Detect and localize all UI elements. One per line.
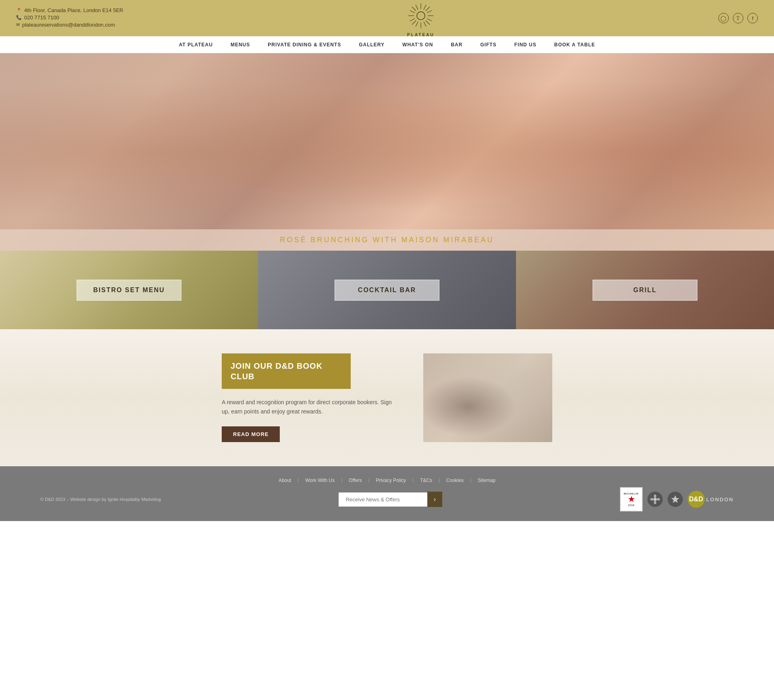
pin-icon: 📍	[16, 8, 22, 13]
footer-link-privacy[interactable]: Privacy Policy	[376, 478, 406, 483]
panel-cocktail-label-container: COCKTAIL BAR	[335, 280, 439, 301]
footer: About | Work With Us | Offers | Privacy …	[0, 466, 774, 521]
newsletter-submit-button[interactable]: ›	[427, 492, 442, 507]
svg-line-8	[412, 21, 416, 25]
svg-line-13	[427, 10, 432, 13]
michelin-star: ★	[628, 495, 635, 504]
social-icons: ◯ 𝕋 f	[718, 13, 758, 23]
hero-title-bar: ROSÉ BRUNCHING WITH MAISON MIRABEAU	[0, 229, 774, 251]
newsletter-input[interactable]	[339, 492, 427, 507]
hero-image	[0, 53, 774, 251]
nav-whats-on[interactable]: WHAT'S ON	[401, 42, 435, 48]
facebook-icon[interactable]: f	[747, 13, 758, 23]
dd-london-logo: D&D LONDON	[688, 491, 734, 508]
newsletter-form: ›	[339, 492, 442, 507]
panel-bistro[interactable]: BISTRO SET MENU	[0, 251, 258, 329]
svg-line-15	[424, 5, 426, 10]
read-more-button[interactable]: READ MORE	[222, 426, 280, 442]
footer-link-work-with-us[interactable]: Work With Us	[305, 478, 335, 483]
star-icon	[670, 494, 680, 504]
panel-grill-label-container: GRILL	[593, 280, 697, 301]
svg-point-19	[654, 501, 656, 504]
hero-overlay	[0, 53, 774, 251]
footer-link-sitemap[interactable]: Sitemap	[478, 478, 495, 483]
bookclub-image-inner	[423, 353, 552, 442]
footer-logos: MICHELIN ★ 2018 D&D LOND	[620, 487, 734, 511]
nav-book-table[interactable]: BOOK A TABLE	[553, 42, 597, 48]
michelin-year: 2018	[628, 504, 635, 507]
svg-line-5	[412, 7, 416, 11]
nav-menus[interactable]: MENUS	[229, 42, 252, 48]
award-icon-2	[668, 492, 683, 507]
panel-grill[interactable]: GRILL	[516, 251, 774, 329]
svg-point-20	[650, 498, 653, 501]
svg-line-10	[427, 19, 432, 21]
logo-text: PLATEAU	[405, 33, 437, 37]
nav-gallery[interactable]: GALLERY	[357, 42, 386, 48]
svg-line-12	[424, 22, 426, 27]
nav-private-dining[interactable]: PRIVATE DINING & EVENTS	[266, 42, 343, 48]
footer-link-offers[interactable]: Offers	[349, 478, 362, 483]
footer-links: About | Work With Us | Offers | Privacy …	[8, 478, 766, 483]
nav-find-us[interactable]: FIND US	[513, 42, 538, 48]
hero-title: ROSÉ BRUNCHING WITH MAISON MIRABEAU	[6, 236, 768, 244]
logo-sun	[405, 0, 437, 32]
svg-line-14	[410, 19, 415, 21]
dd-circle: D&D	[688, 491, 705, 508]
bookclub-text: JOIN OUR D&D BOOK CLUB A reward and reco…	[222, 353, 399, 442]
instagram-icon[interactable]: ◯	[718, 13, 729, 23]
logo-svg	[407, 2, 435, 30]
svg-point-0	[417, 12, 425, 20]
bookclub-section: JOIN OUR D&D BOOK CLUB A reward and reco…	[0, 329, 774, 466]
svg-marker-22	[671, 495, 679, 503]
nav-at-plateau[interactable]: AT PLATEAU	[177, 42, 214, 48]
bookclub-title: JOIN OUR D&D BOOK CLUB	[222, 353, 351, 389]
svg-line-9	[410, 10, 415, 13]
nav-bar[interactable]: BAR	[449, 42, 464, 48]
hero-title-prefix: ROSÉ BRUNCHING WITH	[280, 236, 401, 244]
award-icon-1	[647, 492, 663, 507]
footer-copyright: © D&D 2023 – Website design by Ignite Ho…	[40, 497, 161, 502]
contact-info: 📍 4th Floor, Canada Place, London E14 5E…	[16, 7, 123, 29]
twitter-icon[interactable]: 𝕋	[733, 13, 743, 23]
panels-section: BISTRO SET MENU COCKTAIL BAR GRILL	[0, 251, 774, 329]
panel-bistro-label: BISTRO SET MENU	[93, 287, 165, 293]
bookclub-description: A reward and recognition program for dir…	[222, 398, 399, 416]
panel-cocktail-label: COCKTAIL BAR	[358, 287, 416, 293]
footer-link-about[interactable]: About	[279, 478, 291, 483]
footer-link-tcs[interactable]: T&Cs	[420, 478, 432, 483]
svg-point-18	[654, 494, 656, 498]
svg-point-17	[653, 498, 657, 501]
footer-link-cookies[interactable]: Cookies	[446, 478, 464, 483]
svg-line-11	[416, 5, 418, 10]
svg-line-7	[426, 7, 430, 11]
panel-bistro-label-container: BISTRO SET MENU	[77, 280, 181, 301]
top-bar: 📍 4th Floor, Canada Place, London E14 5E…	[0, 0, 774, 36]
logo-area[interactable]: PLATEAU	[405, 0, 437, 37]
phone: 020 7715 7100	[24, 15, 59, 21]
hero-title-highlight: MAISON MIRABEAU	[401, 236, 494, 244]
michelin-badge: MICHELIN ★ 2018	[620, 487, 643, 511]
navigation: AT PLATEAU MENUS PRIVATE DINING & EVENTS…	[0, 36, 774, 53]
email-icon: ✉	[16, 22, 20, 27]
svg-point-21	[657, 498, 660, 501]
panel-cocktail[interactable]: COCKTAIL BAR	[258, 251, 516, 329]
address: 4th Floor, Canada Place, London E14 5ER	[24, 7, 123, 13]
bookclub-image	[423, 353, 552, 442]
footer-bottom: © D&D 2023 – Website design by Ignite Ho…	[8, 487, 766, 511]
hero-section: ROSÉ BRUNCHING WITH MAISON MIRABEAU	[0, 53, 774, 251]
dd-london-text: LONDON	[706, 496, 734, 503]
email: plateaureservations@danddlondon.com	[22, 22, 115, 28]
svg-line-16	[416, 22, 418, 27]
svg-line-6	[426, 21, 430, 25]
phone-icon: 📞	[16, 15, 22, 20]
nav-gifts[interactable]: GIFTS	[479, 42, 498, 48]
flower-icon	[650, 494, 660, 504]
panel-grill-label: GRILL	[633, 287, 657, 293]
